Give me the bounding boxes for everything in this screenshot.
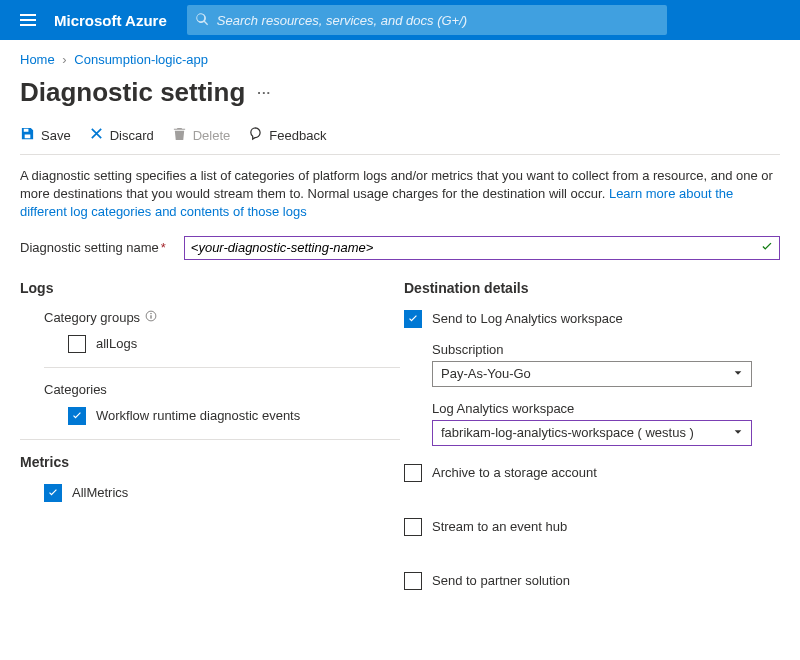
diagnostic-name-input[interactable]: [184, 236, 780, 260]
feedback-button[interactable]: Feedback: [248, 126, 326, 144]
chevron-right-icon: ›: [62, 52, 66, 67]
search-icon: [195, 12, 217, 29]
checkmark-icon: [760, 240, 774, 257]
checkbox-box: [68, 335, 86, 353]
close-icon: [89, 126, 104, 144]
workspace-label: Log Analytics workspace: [432, 401, 780, 416]
svg-rect-2: [20, 24, 36, 26]
categories-label: Categories: [44, 382, 400, 397]
more-actions-button[interactable]: ···: [257, 85, 271, 100]
trash-icon: [172, 126, 187, 144]
feedback-label: Feedback: [269, 128, 326, 143]
description-text: A diagnostic setting specifies a list of…: [20, 167, 780, 222]
checkbox-workflow-runtime[interactable]: Workflow runtime diagnostic events: [68, 407, 400, 425]
menu-icon[interactable]: [8, 12, 48, 28]
discard-button[interactable]: Discard: [89, 126, 154, 144]
breadcrumb: Home › Consumption-logic-app: [20, 52, 780, 67]
feedback-icon: [248, 126, 263, 144]
checkbox-box: [404, 518, 422, 536]
category-groups-label: Category groups: [44, 310, 400, 325]
discard-label: Discard: [110, 128, 154, 143]
checkbox-partner-solution[interactable]: Send to partner solution: [404, 572, 780, 590]
search-input[interactable]: [217, 13, 659, 28]
stream-eh-label: Stream to an event hub: [432, 519, 567, 534]
destination-heading: Destination details: [404, 280, 780, 296]
subscription-value: Pay-As-You-Go: [441, 366, 531, 381]
metrics-heading: Metrics: [20, 454, 400, 470]
archive-storage-label: Archive to a storage account: [432, 465, 597, 480]
subscription-label: Subscription: [432, 342, 780, 357]
required-asterisk: *: [161, 240, 166, 255]
brand-label[interactable]: Microsoft Azure: [54, 12, 167, 29]
log-analytics-config: Subscription Pay-As-You-Go Log Analytics…: [404, 342, 780, 446]
command-bar: Save Discard Delete Feedback: [20, 126, 780, 155]
checkbox-archive-storage[interactable]: Archive to a storage account: [404, 464, 780, 482]
svg-rect-5: [151, 313, 152, 314]
breadcrumb-resource[interactable]: Consumption-logic-app: [74, 52, 208, 67]
chevron-down-icon: [733, 425, 743, 440]
send-la-label: Send to Log Analytics workspace: [432, 311, 623, 326]
partner-label: Send to partner solution: [432, 573, 570, 588]
chevron-down-icon: [733, 366, 743, 381]
workflow-runtime-label: Workflow runtime diagnostic events: [96, 408, 300, 423]
checkbox-all-logs[interactable]: allLogs: [68, 335, 400, 353]
checkbox-all-metrics[interactable]: AllMetrics: [44, 484, 400, 502]
save-label: Save: [41, 128, 71, 143]
checkbox-box: [404, 464, 422, 482]
diagnostic-name-input-wrap: [184, 236, 780, 260]
logs-heading: Logs: [20, 280, 400, 296]
divider: [44, 367, 400, 368]
checkbox-box-checked: [404, 310, 422, 328]
diagnostic-name-label: Diagnostic setting name*: [20, 240, 166, 255]
divider: [20, 439, 400, 440]
svg-rect-0: [20, 14, 36, 16]
page-title-row: Diagnostic setting ···: [20, 77, 780, 108]
save-icon: [20, 126, 35, 144]
azure-top-bar: Microsoft Azure: [0, 0, 800, 40]
workspace-value: fabrikam-log-analytics-workspace ( westu…: [441, 425, 694, 440]
global-search[interactable]: [187, 5, 667, 35]
delete-label: Delete: [193, 128, 231, 143]
all-logs-label: allLogs: [96, 336, 137, 351]
info-icon[interactable]: [145, 310, 157, 325]
all-metrics-label: AllMetrics: [72, 485, 128, 500]
workspace-select[interactable]: fabrikam-log-analytics-workspace ( westu…: [432, 420, 752, 446]
page-title: Diagnostic setting: [20, 77, 245, 108]
svg-rect-1: [20, 19, 36, 21]
checkbox-box-checked: [44, 484, 62, 502]
checkbox-box: [404, 572, 422, 590]
checkbox-send-log-analytics[interactable]: Send to Log Analytics workspace: [404, 310, 780, 328]
diagnostic-name-row: Diagnostic setting name*: [20, 236, 780, 260]
delete-button: Delete: [172, 126, 231, 144]
checkbox-box-checked: [68, 407, 86, 425]
svg-rect-4: [151, 315, 152, 318]
save-button[interactable]: Save: [20, 126, 71, 144]
breadcrumb-home[interactable]: Home: [20, 52, 55, 67]
subscription-select[interactable]: Pay-As-You-Go: [432, 361, 752, 387]
checkbox-stream-event-hub[interactable]: Stream to an event hub: [404, 518, 780, 536]
